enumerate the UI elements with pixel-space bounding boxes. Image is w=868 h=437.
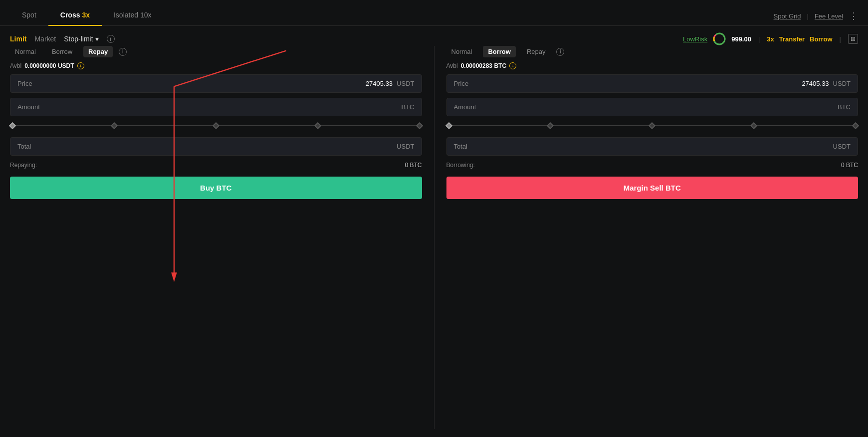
stop-limit-button[interactable]: Stop-limit ▾ [64, 34, 98, 44]
buy-slider-dot-0[interactable] [9, 122, 16, 129]
buy-button[interactable]: Buy BTC [10, 177, 422, 199]
main-container: Spot Cross 3x Isolated 10x Spot Grid | F… [0, 0, 868, 437]
sell-panel: Normal Borrow Repay i Avbl 0.00000283 BT… [446, 46, 859, 429]
sell-slider-dots [446, 123, 859, 128]
sell-info-icon[interactable]: i [556, 48, 564, 56]
sell-total-field[interactable]: Total USDT [446, 137, 859, 156]
buy-repaying-label: Repaying: [10, 162, 37, 169]
sell-amount-right: BTC [838, 103, 851, 111]
sell-price-label: Price [454, 80, 469, 87]
sell-slider-dot-0[interactable] [445, 122, 452, 129]
order-type-info-icon[interactable]: i [107, 35, 115, 43]
tab-isolated[interactable]: Isolated 10x [102, 5, 164, 26]
sell-add-balance-icon[interactable]: + [509, 62, 516, 69]
buy-slider-dot-2[interactable] [213, 122, 219, 129]
calculator-icon[interactable]: ⊞ [848, 34, 858, 44]
borrow-header-button[interactable]: Borrow [810, 35, 833, 43]
separator: | [807, 12, 809, 20]
buy-borrow-tab[interactable]: Borrow [47, 46, 77, 57]
sell-amount-label: Amount [454, 103, 476, 111]
order-type-controls: Limit Market Stop-limit ▾ i [10, 34, 115, 44]
buy-price-field[interactable]: Price 27405.33 USDT [10, 74, 422, 93]
buy-amount-right: BTC [402, 103, 415, 111]
panels-wrapper: Normal Borrow Repay i Avbl 0.00000000 US… [0, 46, 868, 437]
buy-normal-tab[interactable]: Normal [10, 46, 41, 57]
buy-price-label: Price [17, 80, 32, 87]
buy-repay-tab[interactable]: Repay [83, 46, 113, 57]
sell-borrowing-label: Borrowing: [446, 162, 475, 169]
sell-slider-dot-3[interactable] [750, 122, 757, 129]
buy-info-icon[interactable]: i [119, 48, 127, 56]
sell-price-field[interactable]: Price 27405.33 USDT [446, 74, 859, 93]
sell-slider-dot-1[interactable] [547, 122, 554, 129]
transfer-button[interactable]: Transfer [779, 35, 805, 43]
tabs-row: Spot Cross 3x Isolated 10x Spot Grid | F… [0, 0, 868, 26]
buy-avbl-value: 0.00000000 USDT [24, 62, 74, 69]
buy-total-currency: USDT [397, 143, 414, 150]
buy-sub-tabs: Normal Borrow Repay i [10, 46, 422, 57]
sell-amount-field[interactable]: Amount BTC [446, 98, 859, 116]
sell-total-label: Total [454, 143, 467, 150]
more-options-icon[interactable]: ⋮ [849, 10, 858, 21]
buy-total-field[interactable]: Total USDT [10, 137, 422, 156]
sell-total-currency: USDT [833, 143, 851, 150]
tabs-left: Spot Cross 3x Isolated 10x [10, 5, 163, 25]
sell-borrowing-row: Borrowing: 0 BTC [446, 161, 859, 170]
tabs-right: Spot Grid | Fee Level ⋮ [774, 10, 858, 25]
top-controls: Limit Market Stop-limit ▾ i LowRisk 999.… [0, 26, 868, 46]
buy-price-right: 27405.33 USDT [366, 80, 415, 87]
buy-add-balance-icon[interactable]: + [77, 62, 84, 69]
sell-price-right: 27405.33 USDT [802, 80, 851, 87]
low-risk-label[interactable]: LowRisk [683, 35, 707, 43]
sell-avbl-label: Avbl [446, 62, 458, 69]
sell-borrowing-value: 0 BTC [841, 162, 858, 169]
buy-total-right: USDT [397, 143, 414, 150]
sell-button[interactable]: Margin Sell BTC [446, 177, 859, 199]
buy-panel: Normal Borrow Repay i Avbl 0.00000000 US… [10, 46, 422, 429]
market-button[interactable]: Market [34, 34, 56, 44]
sell-sub-tabs: Normal Borrow Repay i [446, 46, 859, 57]
sell-borrow-tab[interactable]: Borrow [483, 46, 516, 57]
sell-slider-dot-4[interactable] [852, 122, 859, 129]
buy-slider-dot-1[interactable] [111, 122, 118, 129]
sell-slider-dot-2[interactable] [649, 122, 655, 129]
buy-slider-dot-4[interactable] [416, 122, 423, 129]
buy-price-currency: USDT [397, 80, 414, 87]
panel-divider [434, 46, 434, 429]
buy-amount-field[interactable]: Amount BTC [10, 98, 422, 116]
sell-slider[interactable] [446, 121, 859, 132]
multiplier-badge: 3x [767, 35, 774, 43]
buy-avbl-label: Avbl [10, 62, 21, 69]
tab-spot[interactable]: Spot [10, 5, 48, 26]
sell-amount-currency: BTC [838, 103, 851, 111]
buy-slider-dot-3[interactable] [314, 122, 321, 129]
sell-repay-tab[interactable]: Repay [522, 46, 551, 57]
buy-price-value: 27405.33 [366, 80, 393, 87]
v-separator-1: | [758, 35, 760, 43]
buy-amount-currency: BTC [402, 103, 415, 111]
spot-grid-link[interactable]: Spot Grid [774, 12, 801, 20]
sell-total-right: USDT [833, 143, 851, 150]
sell-price-value: 27405.33 [802, 80, 829, 87]
risk-gauge-icon [712, 32, 726, 46]
dropdown-arrow-icon: ▾ [95, 35, 99, 43]
buy-amount-label: Amount [17, 103, 40, 111]
v-separator-2: | [840, 35, 841, 43]
sell-avbl-value: 0.00000283 BTC [461, 62, 506, 69]
sell-avbl-row: Avbl 0.00000283 BTC + [446, 62, 859, 69]
buy-avbl-row: Avbl 0.00000000 USDT + [10, 62, 422, 69]
limit-button[interactable]: Limit [10, 34, 26, 44]
buy-repaying-value: 0 BTC [405, 162, 422, 169]
sell-normal-tab[interactable]: Normal [446, 46, 477, 57]
buy-slider[interactable] [10, 121, 422, 132]
sell-price-currency: USDT [833, 80, 851, 87]
buy-total-label: Total [17, 143, 31, 150]
header-controls: LowRisk 999.00 | 3x Transfer Borrow | ⊞ [683, 32, 858, 46]
buy-repaying-row: Repaying: 0 BTC [10, 161, 422, 170]
fee-level-link[interactable]: Fee Level [815, 12, 843, 20]
risk-value: 999.00 [731, 35, 751, 43]
buy-slider-dots [10, 123, 422, 128]
tab-cross[interactable]: Cross 3x [48, 5, 102, 26]
